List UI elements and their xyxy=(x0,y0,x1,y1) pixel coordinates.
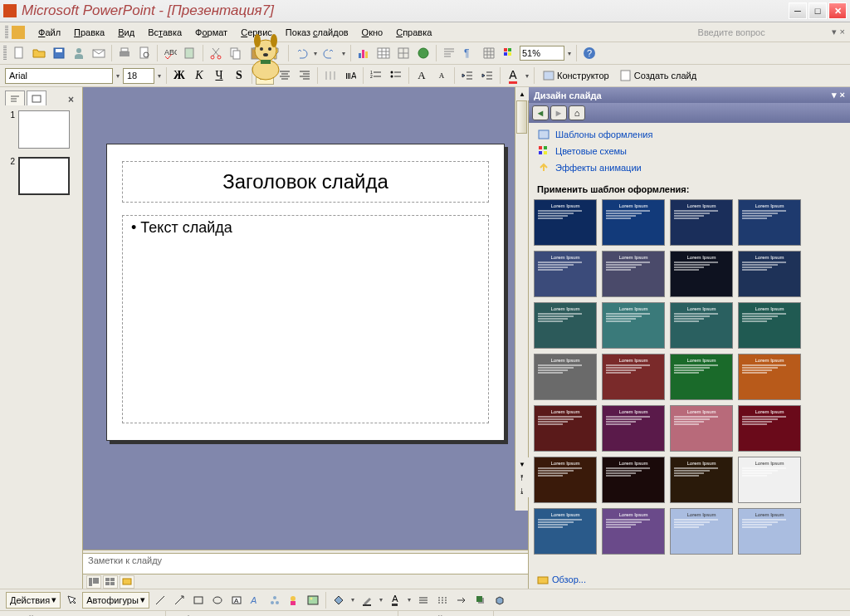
maximize-button[interactable]: □ xyxy=(808,2,827,19)
vertical-scrollbar[interactable]: ▲ ▼ ⭱ ⭳ xyxy=(515,87,528,511)
pane-close-button[interactable]: × xyxy=(65,94,77,105)
new-button[interactable] xyxy=(10,44,28,62)
line-style-button[interactable] xyxy=(415,592,432,609)
line-color-button[interactable] xyxy=(359,592,375,609)
design-template[interactable]: Lorem Ipsum xyxy=(738,508,801,555)
scroll-thumb[interactable] xyxy=(516,100,527,134)
designer-button[interactable]: Конструктор xyxy=(538,66,613,85)
nav-back-button[interactable]: ◄ xyxy=(532,105,549,120)
italic-button[interactable]: К xyxy=(190,66,208,85)
increase-indent-button[interactable] xyxy=(478,66,496,85)
chart-button[interactable] xyxy=(354,44,373,62)
taskpane-link[interactable]: Шаблоны оформления xyxy=(537,128,842,141)
design-template[interactable]: Lorem Ipsum xyxy=(670,405,733,452)
open-button[interactable] xyxy=(30,44,48,62)
undo-button[interactable] xyxy=(292,44,310,62)
design-template[interactable]: Lorem Ipsum xyxy=(602,508,665,555)
design-template[interactable]: Lorem Ipsum xyxy=(534,457,597,503)
redo-button[interactable] xyxy=(320,44,339,62)
doc-close-button[interactable]: × xyxy=(840,27,845,37)
permission-button[interactable] xyxy=(70,44,88,62)
design-template[interactable]: Lorem Ipsum xyxy=(670,508,733,555)
body-placeholder[interactable]: • Текст слайда xyxy=(122,215,489,423)
design-template[interactable]: Lorem Ipsum xyxy=(602,354,665,400)
design-template[interactable]: Lorem Ipsum xyxy=(738,405,801,452)
design-template[interactable]: Lorem Ipsum xyxy=(602,405,665,452)
slides-tab[interactable] xyxy=(27,90,46,105)
menu-правка[interactable]: Правка xyxy=(67,26,111,39)
design-template[interactable]: Lorem Ipsum xyxy=(534,199,597,246)
shadow-style-button[interactable] xyxy=(472,592,489,609)
zoom-dropdown-icon[interactable]: ▾ xyxy=(566,50,573,57)
menu-справка[interactable]: Справка xyxy=(389,26,438,39)
print-button[interactable] xyxy=(115,44,134,62)
select-button[interactable] xyxy=(63,592,80,609)
bullets-button[interactable] xyxy=(387,66,405,85)
taskpane-close-button[interactable]: × xyxy=(840,90,845,100)
prev-slide-button[interactable]: ⭱ xyxy=(515,471,529,484)
undo-dropdown-icon[interactable]: ▾ xyxy=(312,50,319,57)
taskpane-link[interactable]: Цветовые схемы xyxy=(537,144,842,158)
design-template[interactable]: Lorem Ipsum xyxy=(602,302,665,349)
align-right-button[interactable] xyxy=(296,66,314,85)
clipart-button[interactable] xyxy=(286,592,302,609)
new-slide-button[interactable]: Создать слайд xyxy=(615,66,701,85)
color-button[interactable] xyxy=(500,44,518,62)
line-button[interactable] xyxy=(152,592,169,609)
textbox-button[interactable]: A xyxy=(228,592,245,609)
show-formatting-button[interactable]: ¶ xyxy=(460,44,478,62)
assistant-icon[interactable] xyxy=(241,32,291,82)
autoshapes-button[interactable]: Автофигуры ▾ xyxy=(82,592,149,609)
design-template[interactable]: Lorem Ipsum xyxy=(534,251,597,297)
nav-forward-button[interactable]: ► xyxy=(550,105,567,120)
next-slide-button[interactable]: ⭳ xyxy=(515,484,529,497)
taskpane-dropdown-icon[interactable]: ▾ xyxy=(832,90,837,100)
outline-tab[interactable] xyxy=(5,90,25,105)
menu-формат[interactable]: Формат xyxy=(188,26,234,39)
table-button[interactable] xyxy=(374,44,393,62)
help-search-input[interactable]: Введите вопрос xyxy=(696,25,828,40)
expand-button[interactable] xyxy=(440,44,458,62)
3d-style-button[interactable] xyxy=(491,592,508,609)
bold-button[interactable]: Ж xyxy=(170,66,188,85)
browse-link[interactable]: Обзор... xyxy=(529,570,850,589)
sorter-view-button[interactable] xyxy=(103,575,118,589)
menu-окно[interactable]: Окно xyxy=(355,26,390,39)
design-template[interactable]: Lorem Ipsum xyxy=(738,302,801,349)
save-button[interactable] xyxy=(50,44,68,62)
fill-color-button[interactable] xyxy=(330,592,347,609)
email-button[interactable] xyxy=(90,44,108,62)
increase-font-button[interactable]: A xyxy=(413,66,431,85)
font-color-dropdown-icon[interactable]: ▾ xyxy=(524,72,530,80)
preview-button[interactable] xyxy=(135,44,154,62)
decrease-indent-button[interactable] xyxy=(458,66,476,85)
dash-style-button[interactable] xyxy=(434,592,451,609)
direction-button[interactable]: ⅢA xyxy=(341,66,359,85)
scroll-up-icon[interactable]: ▲ xyxy=(515,87,529,100)
font-name-input[interactable]: Arial xyxy=(5,68,113,84)
normal-view-button[interactable] xyxy=(86,575,101,589)
underline-button[interactable]: Ч xyxy=(210,66,228,85)
design-template[interactable]: Lorem Ipsum xyxy=(738,354,801,400)
oval-button[interactable] xyxy=(209,592,226,609)
nav-home-button[interactable]: ⌂ xyxy=(569,105,585,120)
font-color-button[interactable]: A xyxy=(387,592,403,609)
design-template[interactable]: Lorem Ipsum xyxy=(670,199,733,246)
rectangle-button[interactable] xyxy=(190,592,207,609)
design-template[interactable]: Lorem Ipsum xyxy=(534,508,597,555)
design-template[interactable]: Lorem Ipsum xyxy=(738,457,801,503)
research-button[interactable] xyxy=(181,44,199,62)
title-placeholder[interactable]: Заголовок слайда xyxy=(122,161,489,203)
picture-button[interactable] xyxy=(305,592,321,609)
design-template[interactable]: Lorem Ipsum xyxy=(670,302,733,349)
design-template[interactable]: Lorem Ipsum xyxy=(534,405,597,452)
minimize-button[interactable]: ─ xyxy=(789,2,807,19)
close-button[interactable]: ✕ xyxy=(828,2,847,19)
hyperlink-button[interactable] xyxy=(414,44,432,62)
design-template[interactable]: Lorem Ipsum xyxy=(602,199,665,246)
help-button[interactable]: ? xyxy=(580,44,598,62)
tables-borders-button[interactable] xyxy=(394,44,413,62)
slide-thumb[interactable]: 2 xyxy=(8,157,74,195)
menu-вид[interactable]: Вид xyxy=(111,26,141,39)
decrease-font-button[interactable]: A xyxy=(432,66,451,85)
